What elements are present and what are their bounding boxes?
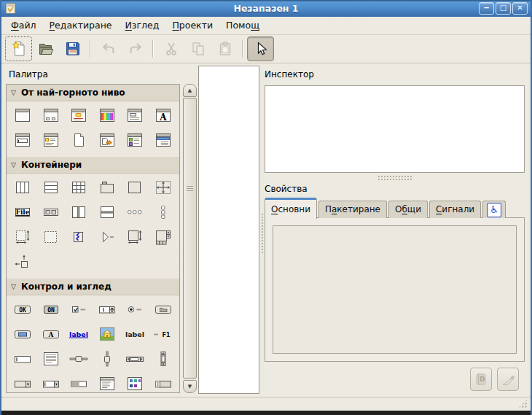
tab-packing[interactable]: Пакетиране	[318, 201, 387, 218]
palette-item-assistant[interactable]	[149, 128, 178, 152]
palette-item-frame[interactable]	[121, 175, 149, 200]
palette-item-message-box[interactable]	[37, 128, 66, 152]
palette-item-toggle-button[interactable]: ON	[37, 297, 66, 322]
spin-button-icon	[96, 300, 118, 318]
palette-item-expander[interactable]	[93, 225, 122, 249]
palette-item-color-button[interactable]	[9, 322, 37, 346]
palette-item-combo-box[interactable]	[9, 371, 37, 393]
save-button[interactable]	[59, 36, 86, 61]
palette-item-vbox[interactable]	[37, 175, 66, 200]
palette-item-file-chooser-dialog[interactable]	[93, 128, 122, 152]
palette-item-table[interactable]	[65, 175, 93, 200]
palette-item-color-selection-dialog[interactable]	[93, 103, 122, 128]
palette-item-combo-box-entry[interactable]	[37, 371, 66, 393]
palette-section-header[interactable]: ▽От най-горното ниво	[7, 85, 179, 101]
tab-signals[interactable]: Сигнали	[429, 201, 481, 218]
palette-item-hbutton-box[interactable]	[121, 200, 149, 225]
new-button[interactable]	[5, 36, 32, 61]
scroll-down-button[interactable]: ▼	[183, 380, 197, 393]
palette-item-handle-box[interactable]	[65, 225, 93, 249]
close-button[interactable]: ✕	[512, 2, 528, 15]
palette-item-vbutton-box[interactable]	[149, 200, 178, 225]
palette-section-header[interactable]: ▽Контейнери	[7, 157, 179, 174]
palette-item-recent-chooser-dialog[interactable]	[121, 128, 149, 152]
design-canvas[interactable]	[198, 66, 259, 394]
properties-tabs: ОсновниПакетиранеОбщиСигнали♿	[265, 197, 525, 218]
palette-item-button[interactable]: OK	[9, 297, 37, 322]
palette-item-hbox[interactable]	[9, 175, 37, 200]
menu-file[interactable]: Файл	[4, 17, 43, 34]
palette-item-vscale[interactable]	[93, 346, 122, 371]
palette-item-fixed[interactable]	[149, 175, 178, 200]
palette-item-dialog[interactable]	[37, 103, 66, 128]
palette-item-notebook[interactable]	[93, 175, 122, 200]
tab-general[interactable]: Основни	[265, 198, 317, 219]
tab-common[interactable]: Общи	[388, 201, 428, 218]
tab-accessibility[interactable]: ♿	[482, 201, 506, 218]
palette-item-message-dialog[interactable]	[65, 103, 93, 128]
palette-item-about-dialog[interactable]	[65, 128, 93, 152]
svg-text:File: File	[16, 209, 30, 216]
svg-text:label: label	[125, 330, 144, 338]
palette-item-menubar[interactable]: File	[9, 200, 37, 225]
statusbar	[1, 397, 531, 411]
palette-item-vscrollbar[interactable]	[149, 346, 178, 371]
palette-item-input-dialog[interactable]	[9, 128, 37, 152]
palette-item-spin-button[interactable]	[93, 297, 122, 322]
menu-view[interactable]: Изглед	[119, 17, 166, 34]
color-selection-dialog-icon	[98, 106, 117, 124]
palette-item-font-button[interactable]: A	[37, 322, 66, 346]
resize-grip[interactable]	[518, 399, 528, 408]
minimize-button[interactable]: −	[479, 2, 494, 15]
palette-item-file-chooser-button[interactable]	[149, 297, 178, 322]
palette-item-image[interactable]	[93, 322, 122, 346]
maximize-button[interactable]: □	[496, 2, 511, 15]
palette-item-check-button[interactable]	[65, 297, 93, 322]
scrollbar-thumb[interactable]	[183, 98, 197, 379]
palette-item-aspect-frame[interactable]	[121, 225, 149, 249]
titlebar[interactable]: Незапазен 1 −□✕	[1, 0, 531, 17]
scroll-up-button[interactable]: ▲	[183, 84, 197, 97]
combo-box-entry-icon	[40, 375, 62, 392]
palette-item-alignment[interactable]	[9, 249, 37, 274]
layout-icon	[154, 228, 173, 246]
cut-icon	[163, 40, 180, 58]
palette-item-hscale[interactable]	[65, 346, 93, 371]
undo-button	[95, 36, 122, 61]
palette-item-tree-view[interactable]	[93, 371, 122, 393]
palette-item-entry[interactable]	[9, 346, 37, 371]
palette-item-text-view[interactable]	[37, 346, 66, 371]
palette-item-vpaned[interactable]	[93, 200, 122, 225]
palette-item-link-button[interactable]: label	[65, 322, 93, 346]
toolbar-icon	[42, 203, 60, 221]
radio-button-icon	[124, 300, 146, 318]
palette-item-label[interactable]: label	[121, 322, 149, 346]
palette-item-hpaned[interactable]	[65, 200, 93, 225]
inspector-tree[interactable]	[265, 85, 525, 173]
palette-item-toolbar[interactable]	[37, 200, 66, 225]
menu-edit[interactable]: Редактиране	[43, 17, 119, 34]
notebook-icon	[98, 179, 117, 196]
palette-item-window[interactable]	[9, 103, 37, 128]
image-icon	[98, 325, 117, 343]
palette-item-statusbar[interactable]	[149, 371, 178, 393]
palette-item-font-selection-dialog[interactable]: A	[149, 103, 178, 128]
palette-item-radio-button[interactable]	[121, 297, 149, 322]
palette-item-viewport[interactable]	[37, 225, 66, 249]
palette-item-accel-label[interactable]: F1	[149, 322, 178, 346]
palette-item-scrolled-window[interactable]	[9, 225, 37, 249]
cut-button	[157, 36, 184, 61]
palette-item-icon-view[interactable]	[121, 371, 149, 393]
menu-projects[interactable]: Проекти	[165, 17, 219, 34]
palette-item-hscrollbar[interactable]	[121, 346, 149, 371]
paned-handle-vertical[interactable]	[261, 213, 264, 253]
selector-button[interactable]	[247, 36, 274, 61]
paned-handle-horizontal[interactable]	[378, 175, 412, 180]
palette-item-layout[interactable]	[149, 225, 178, 249]
palette-section-header[interactable]: ▽Контрол и изглед	[7, 279, 179, 295]
palette-item-file-selection-dialog[interactable]	[121, 103, 149, 128]
menu-help[interactable]: Помощ	[219, 17, 266, 34]
palette-scrollbar[interactable]: ▲ ▼	[183, 84, 197, 393]
open-button[interactable]	[32, 36, 59, 61]
palette-item-progress-bar[interactable]	[65, 371, 93, 393]
